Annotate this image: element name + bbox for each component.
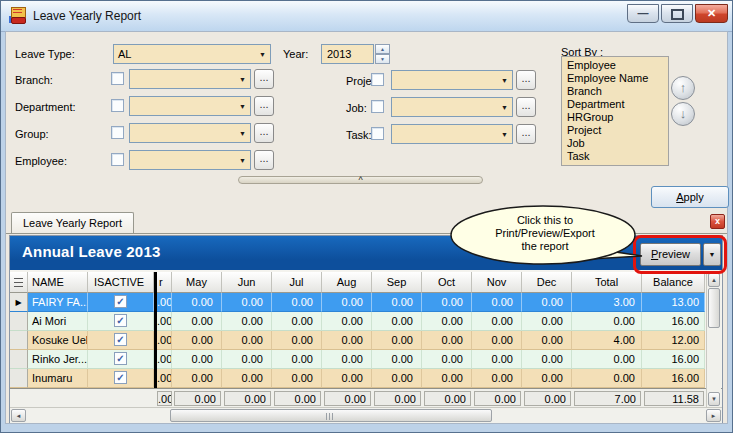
column-header-month[interactable]: Jul xyxy=(272,272,322,293)
grid-cell-clipped[interactable]: .00 xyxy=(157,293,172,312)
grid-cell-month[interactable]: 0.00 xyxy=(472,350,522,369)
vertical-scroll-thumb[interactable] xyxy=(708,288,720,328)
collapse-splitter[interactable]: ^ xyxy=(238,176,483,184)
checkbox-checked[interactable]: ✓ xyxy=(114,352,127,365)
grid-cell-balance[interactable]: 12.00 xyxy=(642,331,705,350)
grid-cell-balance[interactable]: 16.00 xyxy=(642,350,705,369)
grid-cell-month[interactable]: 0.00 xyxy=(472,331,522,350)
sort-by-item[interactable]: Job xyxy=(567,137,668,150)
grid-cell-month[interactable]: 0.00 xyxy=(472,369,522,388)
grid-cell-month[interactable]: 0.00 xyxy=(472,293,522,312)
minimize-button[interactable]: — xyxy=(627,4,659,23)
grid-cell-balance[interactable]: 16.00 xyxy=(642,369,705,388)
grid-cell-balance[interactable]: 16.00 xyxy=(642,312,705,331)
grid-cell-total[interactable]: 4.00 xyxy=(572,331,642,350)
row-selector-cell[interactable] xyxy=(10,312,28,331)
grid-cell-clipped[interactable]: .00 xyxy=(157,369,172,388)
grid-cell-isactive[interactable]: ✓ xyxy=(88,331,154,350)
grid-cell-month[interactable]: 0.00 xyxy=(322,312,372,331)
grid-cell-month[interactable]: 0.00 xyxy=(172,312,222,331)
sort-move-up-button[interactable]: ↑ xyxy=(671,76,695,100)
employee-combo[interactable]: ▼ xyxy=(129,150,251,170)
horizontal-scroll-thumb[interactable] xyxy=(170,409,492,422)
close-button[interactable]: ✕ xyxy=(695,4,728,23)
department-combo[interactable]: ▼ xyxy=(129,96,251,116)
grid-cell-month[interactable]: 0.00 xyxy=(372,331,422,350)
grid-cell-month[interactable]: 0.00 xyxy=(272,350,322,369)
sort-by-item[interactable]: Task xyxy=(567,150,668,163)
sort-by-item[interactable]: Employee Name xyxy=(567,72,668,85)
group-browse-button[interactable]: ... xyxy=(254,123,274,143)
grid-cell-month[interactable]: 0.00 xyxy=(422,293,472,312)
grid-cell-month[interactable]: 0.00 xyxy=(222,312,272,331)
grid-cell-month[interactable]: 0.00 xyxy=(422,369,472,388)
scroll-left-button[interactable]: ◄ xyxy=(11,409,26,422)
tab-close-button[interactable]: x xyxy=(710,214,725,229)
grid-cell-month[interactable]: 0.00 xyxy=(222,331,272,350)
grid-cell-month[interactable]: 0.00 xyxy=(322,331,372,350)
project-combo[interactable]: ▼ xyxy=(391,70,513,90)
checkbox-checked[interactable]: ✓ xyxy=(114,314,127,327)
grid-cell-name[interactable]: Kosuke Ueki xyxy=(28,331,88,350)
task-browse-button[interactable]: ... xyxy=(516,124,536,144)
grid-cell-month[interactable]: 0.00 xyxy=(272,331,322,350)
spinner-down-button[interactable]: ▼ xyxy=(375,54,390,64)
scroll-down-button[interactable]: ▼ xyxy=(708,392,720,406)
job-combo[interactable]: ▼ xyxy=(391,97,513,117)
frozen-column-divider[interactable] xyxy=(154,272,157,388)
grid-cell-month[interactable]: 0.00 xyxy=(272,312,322,331)
row-selector-cell[interactable] xyxy=(10,331,28,350)
grid-cell-month[interactable]: 0.00 xyxy=(372,312,422,331)
sort-by-item[interactable]: Project xyxy=(567,124,668,137)
maximize-button[interactable] xyxy=(661,4,693,23)
row-selector-cell[interactable]: ▶ xyxy=(10,293,28,312)
scroll-up-button[interactable]: ▲ xyxy=(708,273,720,287)
branch-checkbox[interactable] xyxy=(111,72,124,85)
grid-cell-month[interactable]: 0.00 xyxy=(172,331,222,350)
column-header-name[interactable]: NAME xyxy=(28,272,88,293)
grid-cell-clipped[interactable]: .00 xyxy=(157,350,172,369)
year-input[interactable]: 2013 xyxy=(321,44,374,64)
column-header-month[interactable]: May xyxy=(172,272,222,293)
spinner-up-button[interactable]: ▲ xyxy=(375,44,390,54)
row-selector-cell[interactable] xyxy=(10,369,28,388)
grid-cell-month[interactable]: 0.00 xyxy=(422,350,472,369)
grid-cell-name[interactable]: Inumaru xyxy=(28,369,88,388)
sort-by-item[interactable]: Employee xyxy=(567,59,668,72)
employee-checkbox[interactable] xyxy=(111,153,124,166)
checkbox-checked[interactable]: ✓ xyxy=(114,371,127,384)
grid-cell-isactive[interactable]: ✓ xyxy=(88,312,154,331)
column-header-month[interactable]: Jun xyxy=(222,272,272,293)
grid-cell-total[interactable]: 0.00 xyxy=(572,369,642,388)
grid-cell-month[interactable]: 0.00 xyxy=(522,312,572,331)
grid-cell-clipped[interactable]: .00 xyxy=(157,312,172,331)
grid-cell-total[interactable]: 0.00 xyxy=(572,312,642,331)
grid-cell-total[interactable]: 0.00 xyxy=(572,350,642,369)
sort-by-item[interactable]: Branch xyxy=(567,85,668,98)
grid-cell-month[interactable]: 0.00 xyxy=(422,331,472,350)
column-header-balance[interactable]: Balance xyxy=(642,272,705,293)
preview-dropdown-button[interactable]: ▼ xyxy=(703,243,721,266)
grid-cell-month[interactable]: 0.00 xyxy=(372,293,422,312)
grid-cell-month[interactable]: 0.00 xyxy=(472,312,522,331)
checkbox-checked[interactable]: ✓ xyxy=(114,333,127,346)
grid-cell-name[interactable]: Rinko Jer... xyxy=(28,350,88,369)
grid-cell-month[interactable]: 0.00 xyxy=(422,312,472,331)
department-browse-button[interactable]: ... xyxy=(254,96,274,116)
grid-cell-isactive[interactable]: ✓ xyxy=(88,369,154,388)
employee-browse-button[interactable]: ... xyxy=(254,150,274,170)
sort-by-item[interactable]: Department xyxy=(567,98,668,111)
grid-cell-name[interactable]: FAIRY FA... xyxy=(28,293,88,312)
grid-cell-month[interactable]: 0.00 xyxy=(322,350,372,369)
grid-cell-month[interactable]: 0.00 xyxy=(372,369,422,388)
grid-row[interactable]: Inumaru✓.000.000.000.000.000.000.000.000… xyxy=(10,369,706,388)
grid-cell-month[interactable]: 0.00 xyxy=(222,293,272,312)
column-header-clipped[interactable]: r xyxy=(157,272,172,293)
branch-combo[interactable]: ▼ xyxy=(129,69,251,89)
grid-cell-name[interactable]: Ai Mori xyxy=(28,312,88,331)
sort-by-listbox[interactable]: EmployeeEmployee NameBranchDepartmentHRG… xyxy=(561,56,669,166)
grid-cell-month[interactable]: 0.00 xyxy=(172,293,222,312)
project-browse-button[interactable]: ... xyxy=(516,70,536,90)
grid-cell-month[interactable]: 0.00 xyxy=(522,293,572,312)
column-header-isactive[interactable]: ISACTIVE xyxy=(88,272,154,293)
